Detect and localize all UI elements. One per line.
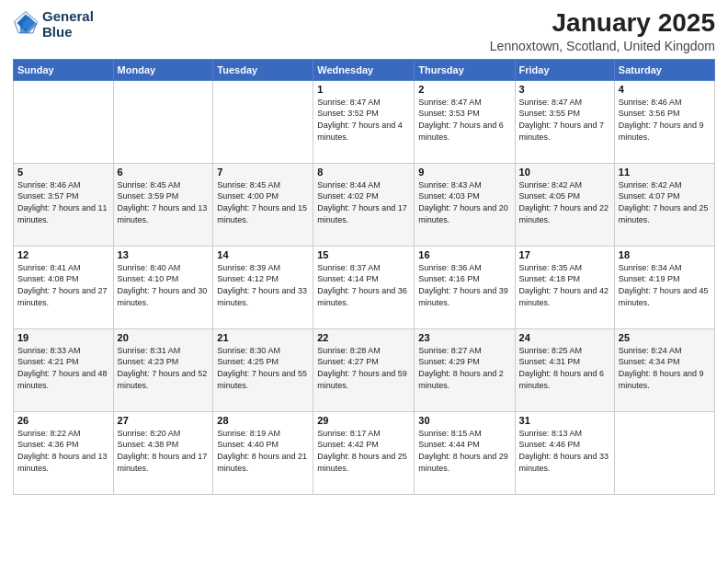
day-info: Sunrise: 8:31 AM Sunset: 4:23 PM Dayligh…: [118, 345, 210, 391]
calendar-cell: 4Sunrise: 8:46 AM Sunset: 3:56 PM Daylig…: [614, 80, 714, 163]
day-number: 29: [317, 415, 410, 426]
day-info: Sunrise: 8:35 AM Sunset: 4:18 PM Dayligh…: [519, 262, 610, 308]
day-number: 8: [317, 167, 410, 178]
calendar-cell: 24Sunrise: 8:25 AM Sunset: 4:31 PM Dayli…: [515, 328, 614, 411]
calendar-week-2: 5Sunrise: 8:46 AM Sunset: 3:57 PM Daylig…: [14, 163, 715, 246]
calendar-cell: 11Sunrise: 8:42 AM Sunset: 4:07 PM Dayli…: [614, 163, 714, 246]
logo: General Blue: [13, 9, 94, 40]
calendar-cell: 15Sunrise: 8:37 AM Sunset: 4:14 PM Dayli…: [313, 246, 415, 328]
header: General Blue January 2025 Lennoxtown, Sc…: [13, 9, 715, 53]
location: Lennoxtown, Scotland, United Kingdom: [490, 39, 715, 53]
day-number: 3: [519, 84, 610, 95]
calendar-cell: 17Sunrise: 8:35 AM Sunset: 4:18 PM Dayli…: [515, 246, 614, 328]
day-number: 14: [217, 249, 309, 260]
day-info: Sunrise: 8:36 AM Sunset: 4:16 PM Dayligh…: [418, 262, 510, 308]
day-info: Sunrise: 8:30 AM Sunset: 4:25 PM Dayligh…: [217, 345, 309, 391]
calendar-cell: 12Sunrise: 8:41 AM Sunset: 4:08 PM Dayli…: [14, 246, 114, 328]
header-tuesday: Tuesday: [213, 59, 313, 80]
day-number: 30: [418, 415, 510, 426]
day-info: Sunrise: 8:44 AM Sunset: 4:02 PM Dayligh…: [317, 179, 410, 225]
day-info: Sunrise: 8:39 AM Sunset: 4:12 PM Dayligh…: [217, 262, 309, 308]
day-number: 1: [317, 84, 410, 95]
calendar-cell: 5Sunrise: 8:46 AM Sunset: 3:57 PM Daylig…: [14, 163, 114, 246]
day-number: 7: [217, 167, 309, 178]
day-number: 26: [17, 415, 109, 426]
day-info: Sunrise: 8:40 AM Sunset: 4:10 PM Dayligh…: [118, 262, 210, 308]
day-info: Sunrise: 8:41 AM Sunset: 4:08 PM Dayligh…: [17, 262, 109, 308]
calendar-cell: 8Sunrise: 8:44 AM Sunset: 4:02 PM Daylig…: [313, 163, 415, 246]
calendar-cell: 2Sunrise: 8:47 AM Sunset: 3:53 PM Daylig…: [415, 80, 515, 163]
day-number: 13: [118, 249, 210, 260]
day-number: 24: [519, 332, 610, 343]
day-info: Sunrise: 8:24 AM Sunset: 4:34 PM Dayligh…: [619, 345, 711, 391]
day-info: Sunrise: 8:46 AM Sunset: 3:57 PM Dayligh…: [17, 179, 109, 225]
day-info: Sunrise: 8:47 AM Sunset: 3:55 PM Dayligh…: [519, 97, 610, 143]
day-number: 4: [619, 84, 711, 95]
calendar-cell: [113, 80, 213, 163]
calendar-cell: 9Sunrise: 8:43 AM Sunset: 4:03 PM Daylig…: [415, 163, 515, 246]
day-info: Sunrise: 8:42 AM Sunset: 4:05 PM Dayligh…: [519, 179, 610, 225]
calendar-cell: [14, 80, 114, 163]
day-info: Sunrise: 8:47 AM Sunset: 3:53 PM Dayligh…: [418, 97, 510, 143]
day-info: Sunrise: 8:17 AM Sunset: 4:42 PM Dayligh…: [317, 428, 410, 474]
calendar-cell: 21Sunrise: 8:30 AM Sunset: 4:25 PM Dayli…: [213, 328, 313, 411]
day-number: 27: [118, 415, 210, 426]
logo-line2: Blue: [42, 25, 94, 40]
calendar-cell: 14Sunrise: 8:39 AM Sunset: 4:12 PM Dayli…: [213, 246, 313, 328]
day-number: 25: [619, 332, 711, 343]
calendar-week-5: 26Sunrise: 8:22 AM Sunset: 4:36 PM Dayli…: [14, 411, 715, 494]
calendar: Sunday Monday Tuesday Wednesday Thursday…: [13, 59, 715, 495]
logo-line1: General: [42, 9, 94, 25]
calendar-cell: 22Sunrise: 8:28 AM Sunset: 4:27 PM Dayli…: [313, 328, 415, 411]
day-number: 11: [619, 167, 711, 178]
calendar-cell: 3Sunrise: 8:47 AM Sunset: 3:55 PM Daylig…: [515, 80, 614, 163]
day-number: 23: [418, 332, 510, 343]
calendar-cell: 23Sunrise: 8:27 AM Sunset: 4:29 PM Dayli…: [415, 328, 515, 411]
day-info: Sunrise: 8:19 AM Sunset: 4:40 PM Dayligh…: [217, 428, 309, 474]
day-info: Sunrise: 8:34 AM Sunset: 4:19 PM Dayligh…: [619, 262, 711, 308]
day-number: 28: [217, 415, 309, 426]
calendar-cell: 16Sunrise: 8:36 AM Sunset: 4:16 PM Dayli…: [415, 246, 515, 328]
day-number: 17: [519, 249, 610, 260]
calendar-cell: 27Sunrise: 8:20 AM Sunset: 4:38 PM Dayli…: [113, 411, 213, 494]
weekday-header-row: Sunday Monday Tuesday Wednesday Thursday…: [14, 59, 715, 80]
day-info: Sunrise: 8:46 AM Sunset: 3:56 PM Dayligh…: [619, 97, 711, 143]
day-info: Sunrise: 8:20 AM Sunset: 4:38 PM Dayligh…: [118, 428, 210, 474]
header-monday: Monday: [113, 59, 213, 80]
header-thursday: Thursday: [415, 59, 515, 80]
day-number: 10: [519, 167, 610, 178]
calendar-cell: 19Sunrise: 8:33 AM Sunset: 4:21 PM Dayli…: [14, 328, 114, 411]
day-number: 9: [418, 167, 510, 178]
day-info: Sunrise: 8:22 AM Sunset: 4:36 PM Dayligh…: [17, 428, 109, 474]
calendar-cell: 6Sunrise: 8:45 AM Sunset: 3:59 PM Daylig…: [113, 163, 213, 246]
day-number: 31: [519, 415, 610, 426]
calendar-week-3: 12Sunrise: 8:41 AM Sunset: 4:08 PM Dayli…: [14, 246, 715, 328]
day-number: 6: [118, 167, 210, 178]
day-info: Sunrise: 8:47 AM Sunset: 3:52 PM Dayligh…: [317, 97, 410, 143]
calendar-cell: 7Sunrise: 8:45 AM Sunset: 4:00 PM Daylig…: [213, 163, 313, 246]
calendar-week-4: 19Sunrise: 8:33 AM Sunset: 4:21 PM Dayli…: [14, 328, 715, 411]
calendar-cell: [213, 80, 313, 163]
header-sunday: Sunday: [14, 59, 114, 80]
calendar-cell: 18Sunrise: 8:34 AM Sunset: 4:19 PM Dayli…: [614, 246, 714, 328]
calendar-cell: 30Sunrise: 8:15 AM Sunset: 4:44 PM Dayli…: [415, 411, 515, 494]
day-number: 21: [217, 332, 309, 343]
day-number: 15: [317, 249, 410, 260]
calendar-cell: 28Sunrise: 8:19 AM Sunset: 4:40 PM Dayli…: [213, 411, 313, 494]
calendar-cell: 1Sunrise: 8:47 AM Sunset: 3:52 PM Daylig…: [313, 80, 415, 163]
day-info: Sunrise: 8:42 AM Sunset: 4:07 PM Dayligh…: [619, 179, 711, 225]
calendar-cell: 29Sunrise: 8:17 AM Sunset: 4:42 PM Dayli…: [313, 411, 415, 494]
calendar-cell: 26Sunrise: 8:22 AM Sunset: 4:36 PM Dayli…: [14, 411, 114, 494]
day-number: 18: [619, 249, 711, 260]
day-info: Sunrise: 8:13 AM Sunset: 4:46 PM Dayligh…: [519, 428, 610, 474]
day-info: Sunrise: 8:37 AM Sunset: 4:14 PM Dayligh…: [317, 262, 410, 308]
day-info: Sunrise: 8:43 AM Sunset: 4:03 PM Dayligh…: [418, 179, 510, 225]
day-info: Sunrise: 8:45 AM Sunset: 3:59 PM Dayligh…: [118, 179, 210, 225]
calendar-cell: 25Sunrise: 8:24 AM Sunset: 4:34 PM Dayli…: [614, 328, 714, 411]
logo-icon: [13, 10, 39, 36]
calendar-cell: 31Sunrise: 8:13 AM Sunset: 4:46 PM Dayli…: [515, 411, 614, 494]
day-number: 12: [17, 249, 109, 260]
header-saturday: Saturday: [614, 59, 714, 80]
calendar-cell: 10Sunrise: 8:42 AM Sunset: 4:05 PM Dayli…: [515, 163, 614, 246]
day-number: 2: [418, 84, 510, 95]
